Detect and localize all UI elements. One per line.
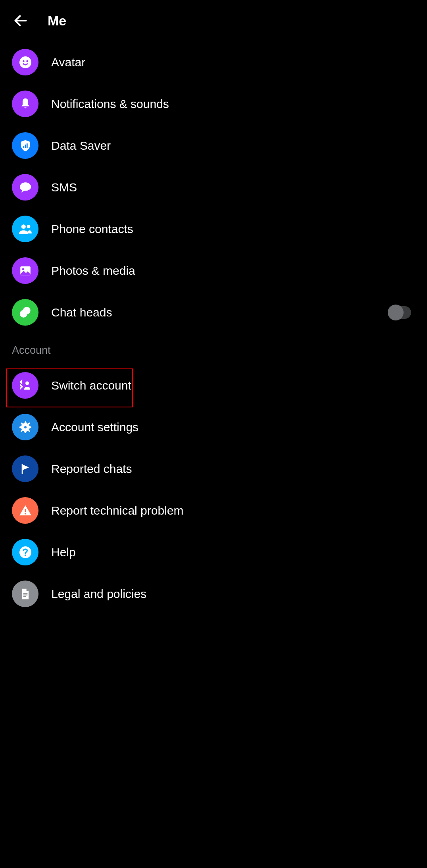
svg-point-7	[21, 224, 25, 229]
row-label: Help	[51, 546, 76, 559]
svg-rect-4	[23, 146, 24, 148]
svg-rect-5	[25, 145, 26, 148]
row-report-problem[interactable]: Report technical problem	[0, 490, 427, 531]
chathead-icon	[12, 299, 38, 326]
row-label: Switch account	[51, 379, 131, 392]
svg-point-8	[27, 225, 30, 228]
svg-point-18	[24, 554, 26, 556]
svg-rect-20	[23, 594, 27, 595]
back-arrow-icon	[13, 13, 29, 29]
row-account-settings[interactable]: Account settings	[0, 406, 427, 448]
svg-point-16	[25, 513, 26, 514]
row-label: Photos & media	[51, 264, 135, 278]
shield-icon	[12, 132, 38, 159]
section-header-account: Account	[0, 333, 427, 365]
svg-point-1	[19, 56, 31, 68]
row-label: Legal and policies	[51, 587, 146, 601]
svg-point-10	[22, 268, 24, 270]
row-data-saver[interactable]: Data Saver	[0, 125, 427, 166]
settings-list: Avatar Notifications & sounds Data Saver…	[0, 41, 427, 615]
svg-point-13	[25, 381, 29, 385]
row-notifications[interactable]: Notifications & sounds	[0, 83, 427, 125]
svg-point-12	[19, 310, 27, 317]
row-help[interactable]: Help	[0, 531, 427, 573]
toggle-knob	[388, 305, 404, 320]
svg-rect-15	[25, 509, 26, 512]
row-photos-media[interactable]: Photos & media	[0, 250, 427, 291]
row-label: Reported chats	[51, 462, 132, 476]
gear-icon	[12, 414, 38, 440]
page-title: Me	[48, 13, 66, 29]
row-label: Notifications & sounds	[51, 97, 169, 111]
svg-rect-19	[23, 593, 27, 594]
row-avatar[interactable]: Avatar	[0, 41, 427, 83]
header: Me	[0, 0, 427, 41]
back-button[interactable]	[11, 11, 30, 30]
doc-icon	[12, 581, 38, 607]
row-sms[interactable]: SMS	[0, 166, 427, 208]
switch-icon	[12, 372, 38, 399]
svg-rect-21	[23, 596, 26, 597]
svg-point-3	[26, 60, 28, 62]
row-reported-chats[interactable]: Reported chats	[0, 448, 427, 490]
photo-icon	[12, 257, 38, 284]
flag-icon	[12, 455, 38, 482]
row-legal-policies[interactable]: Legal and policies	[0, 573, 427, 615]
row-label: Avatar	[51, 56, 85, 69]
chat-icon	[12, 174, 38, 201]
row-chat-heads[interactable]: Chat heads	[0, 291, 427, 333]
warning-icon	[12, 497, 38, 524]
help-icon	[12, 539, 38, 565]
avatar-icon	[12, 49, 38, 75]
row-label: Report technical problem	[51, 504, 184, 517]
contacts-icon	[12, 216, 38, 242]
chat-heads-toggle[interactable]	[388, 306, 411, 319]
row-label: Phone contacts	[51, 222, 133, 236]
row-label: Account settings	[51, 420, 138, 434]
row-phone-contacts[interactable]: Phone contacts	[0, 208, 427, 250]
bell-icon	[12, 91, 38, 117]
row-switch-account[interactable]: Switch account	[0, 365, 427, 406]
row-label: SMS	[51, 181, 77, 194]
svg-rect-14	[21, 464, 23, 474]
svg-point-2	[23, 60, 25, 62]
row-label: Data Saver	[51, 139, 111, 152]
svg-rect-6	[26, 143, 27, 148]
row-label: Chat heads	[51, 306, 112, 319]
